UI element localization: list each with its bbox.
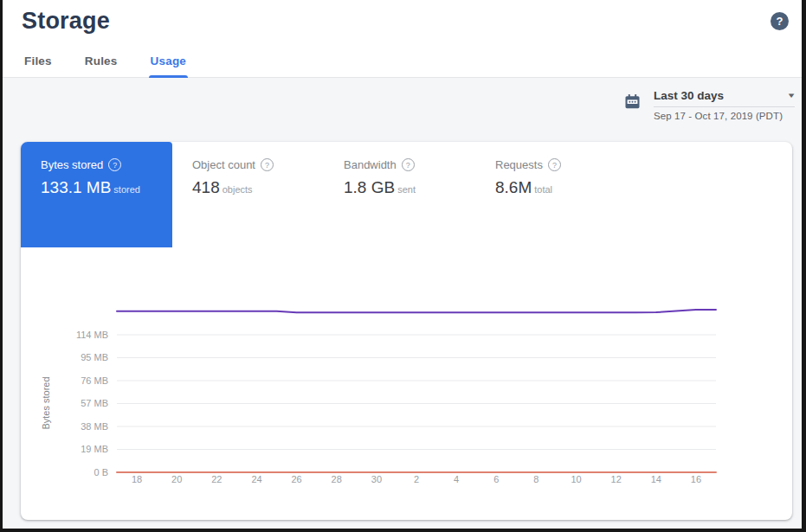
svg-text:76 MB: 76 MB xyxy=(81,375,108,386)
page-header: Storage ? Files Rules Usage xyxy=(3,0,802,78)
usage-content: Last 30 days ▼ Sep 17 - Oct 17, 2019 (PD… xyxy=(3,78,802,529)
tab-rules[interactable]: Rules xyxy=(83,46,119,77)
help-icon[interactable]: ? xyxy=(771,12,789,30)
help-circle-icon[interactable]: ? xyxy=(402,158,415,171)
metric-unit: stored xyxy=(113,184,140,195)
svg-text:19 MB: 19 MB xyxy=(81,444,108,454)
tab-files[interactable]: Files xyxy=(23,46,54,77)
metric-value: 133.1 MB xyxy=(41,178,111,196)
svg-text:0 B: 0 B xyxy=(93,467,108,478)
metric-card-requests[interactable]: Requests ? 8.6Mtotal xyxy=(475,142,627,247)
svg-text:22: 22 xyxy=(211,474,222,484)
metric-unit: sent xyxy=(397,184,416,195)
metric-label: Bandwidth xyxy=(344,158,397,171)
metric-value: 8.6M xyxy=(495,178,532,196)
calendar-icon xyxy=(624,93,641,113)
metric-unit: total xyxy=(534,184,552,195)
date-range-label: Last 30 days xyxy=(654,89,724,102)
bytes-stored-chart: 114 MB95 MB76 MB57 MB38 MB19 MB0 B182022… xyxy=(21,247,792,520)
metric-card-object-count[interactable]: Object count ? 418objects xyxy=(172,142,324,247)
help-circle-icon[interactable]: ? xyxy=(261,158,274,171)
metric-cards: Bytes stored ? 133.1 MBstored Object cou… xyxy=(21,142,792,247)
metric-label: Requests xyxy=(495,158,543,171)
storage-page: Storage ? Files Rules Usage xyxy=(3,0,802,529)
svg-text:57 MB: 57 MB xyxy=(81,398,108,408)
help-circle-icon[interactable]: ? xyxy=(548,158,561,171)
date-range-selector[interactable]: Last 30 days ▼ Sep 17 - Oct 17, 2019 (PD… xyxy=(624,89,795,121)
question-mark-glyph: ? xyxy=(777,15,783,28)
usage-panel: Bytes stored ? 133.1 MBstored Object cou… xyxy=(21,142,792,520)
page-title: Storage xyxy=(22,8,110,35)
help-circle-icon[interactable]: ? xyxy=(108,158,121,171)
svg-text:10: 10 xyxy=(571,474,581,484)
tab-usage[interactable]: Usage xyxy=(149,46,189,77)
metric-label: Bytes stored xyxy=(41,158,103,171)
svg-text:38 MB: 38 MB xyxy=(81,421,108,432)
line-chart-canvas: 114 MB95 MB76 MB57 MB38 MB19 MB0 B182022… xyxy=(21,247,792,520)
svg-text:95 MB: 95 MB xyxy=(81,352,108,362)
date-range-text: Last 30 days ▼ Sep 17 - Oct 17, 2019 (PD… xyxy=(654,89,795,121)
tab-bar: Files Rules Usage xyxy=(3,46,802,78)
metric-card-bytes-stored[interactable]: Bytes stored ? 133.1 MBstored xyxy=(21,142,172,247)
svg-text:8: 8 xyxy=(533,474,538,484)
metric-unit: objects xyxy=(222,184,253,195)
svg-text:14: 14 xyxy=(651,474,661,484)
svg-text:26: 26 xyxy=(291,474,301,484)
svg-text:16: 16 xyxy=(691,474,701,484)
metric-label: Object count xyxy=(192,158,255,171)
svg-text:4: 4 xyxy=(454,474,459,484)
svg-text:114 MB: 114 MB xyxy=(76,330,108,340)
svg-text:30: 30 xyxy=(371,474,382,484)
svg-text:Bytes stored: Bytes stored xyxy=(41,376,51,429)
dropdown-caret-icon: ▼ xyxy=(786,92,796,99)
svg-text:2: 2 xyxy=(414,474,419,484)
metric-value: 418 xyxy=(192,178,220,196)
svg-text:18: 18 xyxy=(132,474,142,484)
svg-text:6: 6 xyxy=(493,474,499,484)
svg-text:12: 12 xyxy=(611,474,622,484)
svg-text:20: 20 xyxy=(171,474,182,484)
metric-value: 1.8 GB xyxy=(344,178,395,196)
date-range-detail: Sep 17 - Oct 17, 2019 (PDT) xyxy=(654,111,795,121)
metric-card-bandwidth[interactable]: Bandwidth ? 1.8 GBsent xyxy=(324,142,475,247)
svg-text:28: 28 xyxy=(332,474,342,484)
svg-text:24: 24 xyxy=(251,474,261,484)
